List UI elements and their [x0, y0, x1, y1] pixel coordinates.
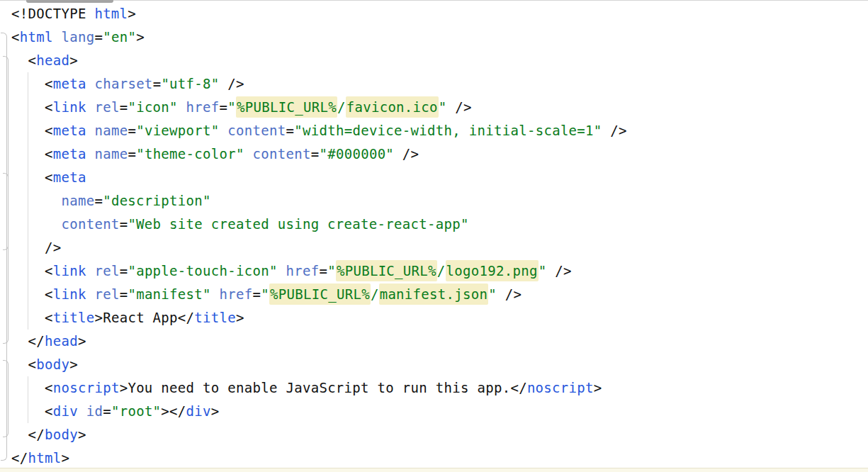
code-line-15[interactable]: </head>	[11, 330, 868, 353]
code-line-19[interactable]: </body>	[11, 423, 868, 446]
code-token: <	[45, 310, 53, 325]
code-token: </	[510, 380, 526, 395]
code-token: <	[45, 263, 53, 279]
code-token: >	[236, 310, 244, 325]
code-line-1[interactable]: <!DOCTYPE html>	[11, 2, 868, 26]
bottom-panel-strip	[0, 468, 868, 472]
code-token: =	[128, 146, 136, 162]
code-token: charset	[94, 76, 152, 91]
code-token: lang	[61, 29, 94, 45]
code-token: />	[45, 240, 61, 255]
template-variable-highlight: %PUBLIC_URL%	[336, 260, 437, 281]
code-token: =	[319, 263, 327, 279]
code-token: body	[36, 356, 69, 372]
code-token	[11, 427, 28, 442]
code-token: /	[337, 99, 346, 115]
code-token: <	[45, 76, 53, 91]
code-area[interactable]: <!DOCTYPE html><html lang="en"> <head> <…	[11, 2, 868, 470]
code-token	[86, 76, 95, 91]
code-token: >	[61, 450, 69, 466]
code-line-10[interactable]: content="Web site created using create-r…	[11, 213, 868, 236]
code-token	[220, 76, 228, 91]
code-token: </	[28, 427, 44, 442]
template-variable-highlight: logo192.png	[446, 260, 539, 281]
code-token	[86, 99, 95, 115]
code-line-2[interactable]: <html lang="en">	[11, 26, 868, 49]
code-editor[interactable]: <!DOCTYPE html><html lang="en"> <head> <…	[0, 0, 868, 472]
code-token	[86, 146, 95, 162]
code-token	[86, 286, 95, 302]
code-line-14[interactable]: <title>React App</title>	[11, 306, 868, 330]
code-line-5[interactable]: <link rel="icon" href="%PUBLIC_URL%/favi…	[11, 96, 868, 119]
code-token: meta	[53, 146, 86, 162]
code-token: "	[327, 263, 336, 279]
code-token: content	[227, 123, 286, 138]
code-token: </	[28, 333, 44, 349]
code-token: />	[505, 286, 522, 302]
code-token: html	[94, 6, 128, 21]
code-token: href	[286, 263, 319, 279]
code-token: =	[311, 146, 320, 162]
code-token: />	[402, 146, 419, 162]
fold-region-marker[interactable]	[3, 173, 9, 250]
code-token: "root"	[111, 403, 161, 419]
template-variable-highlight: %PUBLIC_URL%	[269, 283, 371, 305]
code-token: <	[45, 169, 53, 185]
code-line-18[interactable]: <div id="root"></div>	[11, 400, 868, 423]
code-token: >	[78, 333, 86, 349]
code-token: =	[153, 76, 162, 91]
code-line-13[interactable]: <link rel="manifest" href="%PUBLIC_URL%/…	[11, 283, 868, 306]
code-token	[11, 356, 28, 372]
code-token: head	[45, 333, 78, 349]
template-variable-highlight: favicon.ico	[346, 96, 439, 118]
fold-region-marker[interactable]	[3, 360, 9, 437]
code-token: =	[94, 193, 103, 208]
code-token: =	[94, 29, 103, 45]
code-token: =	[120, 263, 128, 279]
code-token: "manifest"	[128, 286, 210, 302]
code-token: <	[11, 29, 20, 45]
code-line-12[interactable]: <link rel="apple-touch-icon" href="%PUBL…	[11, 259, 868, 283]
fold-gutter	[0, 0, 11, 472]
code-token	[11, 52, 28, 68]
code-token: link	[53, 263, 86, 279]
code-line-3[interactable]: <head>	[11, 49, 868, 72]
code-token: "width=device-width, initial-scale=1"	[294, 123, 602, 138]
code-line-6[interactable]: <meta name="viewport" content="width=dev…	[11, 119, 868, 142]
code-token: /	[437, 263, 446, 279]
code-token: <	[45, 403, 53, 419]
code-line-16[interactable]: <body>	[11, 353, 868, 376]
indent-guide	[28, 376, 28, 423]
code-token: =	[103, 403, 111, 419]
code-token: href	[186, 99, 220, 115]
code-line-11[interactable]: />	[11, 236, 868, 259]
code-token: <!DOCTYPE	[11, 6, 94, 21]
code-token: />	[227, 76, 244, 91]
code-token: "Web site created using create-react-app…	[128, 216, 468, 232]
code-token: <	[45, 99, 53, 115]
code-token: >	[120, 380, 128, 395]
code-token: >	[78, 427, 86, 442]
code-line-4[interactable]: <meta charset="utf-8" />	[11, 72, 868, 96]
code-token: >	[594, 380, 602, 395]
code-token	[602, 123, 611, 138]
code-token: "description"	[103, 193, 211, 208]
code-token	[220, 123, 228, 138]
code-line-20[interactable]: </html>	[11, 446, 868, 470]
code-line-9[interactable]: name="description"	[11, 189, 868, 213]
code-token: meta	[53, 123, 86, 138]
code-token: "	[261, 286, 269, 302]
code-token: "#000000"	[319, 146, 394, 162]
code-token: >	[136, 29, 145, 45]
code-token: name	[94, 123, 128, 138]
code-token	[11, 333, 28, 349]
code-token: "	[488, 286, 497, 302]
code-line-17[interactable]: <noscript>You need to enable JavaScript …	[11, 376, 868, 400]
code-line-7[interactable]: <meta name="theme-color" content="#00000…	[11, 142, 868, 166]
code-token	[86, 263, 95, 279]
code-token: <	[45, 123, 53, 138]
code-token: rel	[94, 99, 119, 115]
code-token: name	[61, 193, 94, 208]
code-line-8[interactable]: <meta	[11, 166, 868, 189]
code-token: "	[227, 99, 236, 115]
